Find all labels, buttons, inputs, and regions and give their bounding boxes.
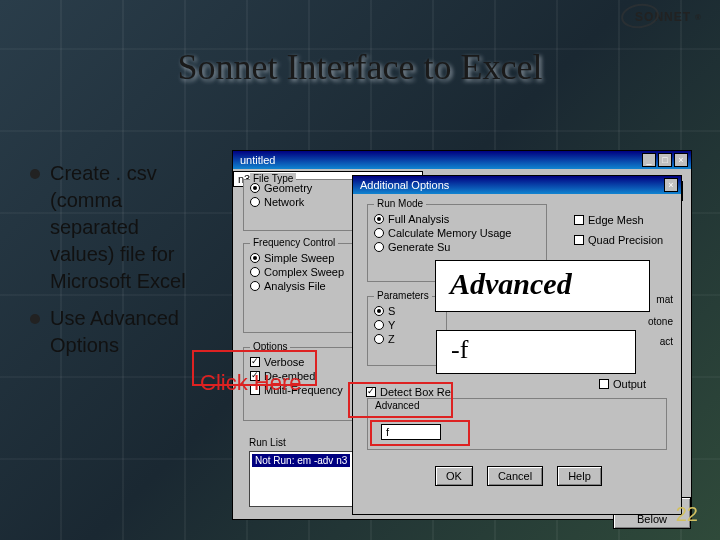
- radio-calc-memory[interactable]: Calculate Memory Usage: [374, 227, 540, 239]
- check-edge-mesh[interactable]: Edge Mesh: [574, 214, 644, 226]
- act-label-fragment: act: [660, 336, 673, 347]
- radio-s[interactable]: S: [374, 305, 440, 317]
- radio-full-analysis[interactable]: Full Analysis: [374, 213, 540, 225]
- minimize-icon[interactable]: _: [642, 153, 656, 167]
- bullet-text: Use Advanced Options: [50, 305, 205, 359]
- bullet-item: Create . csv (comma separated values) fi…: [30, 160, 205, 295]
- main-window-title: untitled: [236, 154, 275, 166]
- frequency-control-label: Frequency Control: [250, 237, 338, 248]
- radio-generate-su[interactable]: Generate Su: [374, 241, 540, 253]
- bullet-text: Create . csv (comma separated values) fi…: [50, 160, 205, 295]
- red-highlight-box: [348, 382, 453, 418]
- parameters-label: Parameters: [374, 290, 432, 301]
- ok-button[interactable]: OK: [435, 466, 473, 486]
- bullet-dot-icon: [30, 314, 40, 324]
- file-type-group: File Type Geometry Network: [243, 179, 353, 231]
- runlist-row[interactable]: Not Run: em -adv n3: [252, 454, 350, 467]
- sonnet-logo: SONNET®: [635, 10, 702, 24]
- runlist-label: Run List: [249, 437, 286, 448]
- bullet-list: Create . csv (comma separated values) fi…: [30, 160, 205, 369]
- file-type-label: File Type: [250, 173, 296, 184]
- run-mode-label: Run Mode: [374, 198, 426, 209]
- callout-flag: -f: [436, 330, 636, 374]
- otone-label-fragment: otone: [648, 316, 673, 327]
- radio-y[interactable]: Y: [374, 319, 440, 331]
- slide-title: Sonnet Interface to Excel: [0, 46, 720, 88]
- format-label-fragment: mat: [656, 294, 673, 305]
- bullet-item: Use Advanced Options: [30, 305, 205, 359]
- callout-advanced: Advanced: [435, 260, 650, 312]
- close-icon[interactable]: ×: [664, 178, 678, 192]
- radio-z[interactable]: Z: [374, 333, 440, 345]
- check-output[interactable]: Output: [599, 378, 646, 390]
- page-number: 22: [676, 503, 698, 526]
- cancel-button[interactable]: Cancel: [487, 466, 543, 486]
- main-titlebar[interactable]: untitled _ □ ×: [233, 151, 691, 169]
- red-highlight-box: [370, 420, 470, 446]
- red-highlight-box: [192, 350, 317, 386]
- bullet-dot-icon: [30, 169, 40, 179]
- additional-options-titlebar[interactable]: Additional Options ×: [353, 176, 681, 194]
- additional-options-title: Additional Options: [356, 179, 449, 191]
- close-icon[interactable]: ×: [674, 153, 688, 167]
- check-quad-precision[interactable]: Quad Precision: [574, 234, 663, 246]
- help-button[interactable]: Help: [557, 466, 602, 486]
- maximize-icon[interactable]: □: [658, 153, 672, 167]
- radio-network[interactable]: Network: [250, 196, 346, 208]
